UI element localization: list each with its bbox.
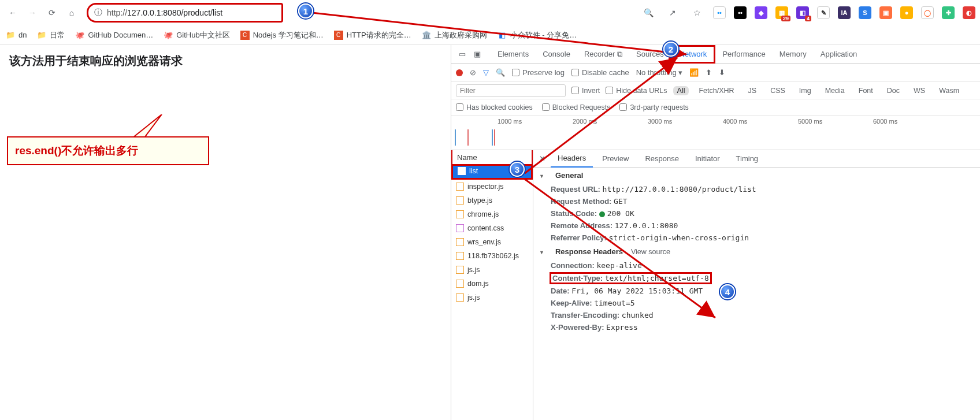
upload-har-icon[interactable]: ⬆ bbox=[706, 68, 712, 77]
blocked-cookies-checkbox[interactable]: Has blocked cookies bbox=[456, 103, 533, 111]
share-icon[interactable]: ↗ bbox=[665, 5, 681, 21]
eyedropper-icon[interactable]: ✎ bbox=[817, 6, 830, 19]
request-row[interactable]: content.css bbox=[451, 221, 533, 235]
favicon: C bbox=[334, 31, 343, 40]
inspect-element-icon[interactable]: ▭ bbox=[455, 50, 470, 58]
type-pill[interactable]: Media bbox=[821, 86, 849, 95]
extension-icon[interactable]: ◯ bbox=[921, 6, 934, 19]
overview-tick: 1000 ms bbox=[498, 118, 522, 125]
bookmark-item[interactable]: 📁日常 bbox=[37, 30, 65, 40]
filter-input[interactable] bbox=[456, 84, 566, 97]
network-overview[interactable]: 1000 ms 2000 ms 3000 ms 4000 ms 5000 ms … bbox=[451, 116, 980, 150]
third-party-checkbox[interactable]: 3rd-party requests bbox=[619, 103, 688, 111]
bookmark-item[interactable]: CNodejs 学习笔记和… bbox=[240, 30, 324, 40]
type-pill[interactable]: JS bbox=[744, 86, 761, 95]
extension-icon[interactable]: IA bbox=[838, 6, 851, 19]
request-row[interactable]: 118.fb73b062.js bbox=[451, 249, 533, 263]
disable-cache-checkbox[interactable]: Disable cache bbox=[571, 68, 629, 77]
file-icon bbox=[456, 266, 464, 274]
invert-checkbox[interactable]: Invert bbox=[571, 87, 600, 95]
extension-icon[interactable]: ▦29 bbox=[775, 6, 788, 19]
zoom-icon[interactable]: 🔍 bbox=[640, 5, 656, 21]
record-button[interactable] bbox=[456, 69, 463, 76]
type-pill[interactable]: Doc bbox=[883, 86, 904, 95]
annotation-marker-3: 3 bbox=[510, 162, 525, 177]
view-source-link[interactable]: View source bbox=[631, 248, 670, 256]
detail-tab-headers[interactable]: Headers bbox=[551, 150, 593, 168]
bookmark-item[interactable]: 🐙GitHub Documen… bbox=[75, 31, 153, 40]
extension-icon[interactable]: ● bbox=[900, 6, 913, 19]
request-row[interactable]: js.js bbox=[451, 263, 533, 277]
type-pill[interactable]: Font bbox=[855, 86, 877, 95]
home-button[interactable]: ⌂ bbox=[64, 5, 80, 21]
request-row[interactable]: inspector.js bbox=[451, 180, 533, 194]
type-pill[interactable]: CSS bbox=[766, 86, 789, 95]
devtools-panel: ▭ ▣ Elements Console Recorder ⧉ Sources … bbox=[451, 45, 980, 420]
extension-icon[interactable]: •• bbox=[713, 6, 726, 19]
tab-memory[interactable]: Memory bbox=[773, 45, 814, 64]
bookmark-item[interactable]: 🐙GitHub中文社区 bbox=[164, 30, 229, 40]
extension-icon[interactable]: S bbox=[859, 6, 871, 19]
extension-icon[interactable]: ◐ bbox=[963, 6, 975, 19]
download-har-icon[interactable]: ⬇ bbox=[719, 68, 725, 77]
request-row[interactable]: chrome.js bbox=[451, 207, 533, 221]
tab-recorder[interactable]: Recorder ⧉ bbox=[577, 45, 629, 64]
detail-tab-initiator[interactable]: Initiator bbox=[688, 150, 727, 168]
url-path: 127.0.0.1:8080/product/list bbox=[127, 8, 222, 17]
tab-elements[interactable]: Elements bbox=[491, 45, 536, 64]
bookmark-item[interactable]: CHTTP请求的完全… bbox=[334, 30, 411, 40]
type-pill[interactable]: WS bbox=[910, 86, 929, 95]
url-scheme: http:// bbox=[107, 8, 127, 17]
preserve-log-checkbox[interactable]: Preserve log bbox=[512, 68, 565, 77]
type-pill[interactable]: Fetch/XHR bbox=[695, 86, 738, 95]
bookmark-star-icon[interactable]: ☆ bbox=[689, 5, 705, 21]
request-row[interactable]: btype.js bbox=[451, 194, 533, 207]
kv-row: Status Code: 200 OK bbox=[533, 207, 980, 220]
toolbar-right: 🔍 ↗ ☆ •• •• ◆ ▦29 ◧4 ✎ IA S ▣ ● ◯ ✚ ◐ bbox=[640, 5, 975, 21]
extension-icon[interactable]: ◆ bbox=[755, 6, 767, 19]
bookmarks-bar: 📁dn 📁日常 🐙GitHub Documen… 🐙GitHub中文社区 CNo… bbox=[0, 25, 980, 45]
kv-row: Referrer Policy: strict-origin-when-cros… bbox=[533, 232, 980, 244]
address-bar[interactable]: ⓘ http://127.0.0.1:8080/product/list bbox=[87, 3, 283, 23]
site-info-icon[interactable]: ⓘ bbox=[94, 8, 102, 18]
tab-console[interactable]: Console bbox=[536, 45, 577, 64]
detail-tab-response[interactable]: Response bbox=[638, 150, 686, 168]
request-list: Name list inspector.js btype.js chrome.j… bbox=[451, 150, 533, 420]
clear-button[interactable]: ⊘ bbox=[470, 68, 476, 77]
bookmark-item[interactable]: ◧小众软件 - 分享免… bbox=[498, 30, 577, 40]
callout-text: res.end()不允许输出多行 bbox=[15, 144, 138, 157]
forward-button[interactable]: → bbox=[24, 5, 40, 21]
type-pill[interactable]: Wasm bbox=[935, 86, 963, 95]
hide-data-urls-checkbox[interactable]: Hide data URLs bbox=[606, 87, 667, 95]
extension-icon[interactable]: ◧4 bbox=[796, 6, 809, 19]
tab-application[interactable]: Application bbox=[814, 45, 864, 64]
response-headers-section-header[interactable]: Response HeadersView source bbox=[533, 244, 980, 259]
detail-tab-strip: ✕ Headers Preview Response Initiator Tim… bbox=[533, 150, 980, 168]
throttling-select[interactable]: No throttling ▾ bbox=[636, 68, 683, 77]
close-detail-button[interactable]: ✕ bbox=[536, 154, 548, 163]
request-row[interactable]: js.js bbox=[451, 291, 533, 304]
extension-icon[interactable]: •• bbox=[734, 6, 747, 19]
network-conditions-icon[interactable]: 📶 bbox=[689, 68, 699, 77]
filter-toggle-icon[interactable]: ▽ bbox=[483, 68, 489, 77]
extension-icon[interactable]: ▣ bbox=[879, 6, 892, 19]
reload-button[interactable]: ⟳ bbox=[44, 5, 60, 21]
extension-icon[interactable]: ✚ bbox=[942, 6, 955, 19]
type-pill-all[interactable]: All bbox=[673, 86, 689, 95]
back-button[interactable]: ← bbox=[5, 5, 21, 21]
folder-icon: 📁 bbox=[6, 31, 15, 40]
bookmark-item[interactable]: 🏛️上海政府采购网 bbox=[422, 30, 487, 40]
bookmark-item[interactable]: 📁dn bbox=[6, 31, 27, 40]
device-toolbar-icon[interactable]: ▣ bbox=[470, 50, 485, 58]
blocked-requests-checkbox[interactable]: Blocked Requests bbox=[542, 103, 611, 111]
request-row[interactable]: dom.js bbox=[451, 277, 533, 291]
kv-row: Date: Fri, 06 May 2022 15:03:11 GMT bbox=[533, 285, 980, 297]
file-icon bbox=[458, 167, 466, 175]
type-pill[interactable]: Img bbox=[795, 86, 815, 95]
detail-tab-preview[interactable]: Preview bbox=[595, 150, 636, 168]
search-icon[interactable]: 🔍 bbox=[496, 68, 505, 77]
tab-performance[interactable]: Performance bbox=[715, 45, 772, 64]
general-section-header[interactable]: General bbox=[533, 168, 980, 183]
detail-tab-timing[interactable]: Timing bbox=[729, 150, 766, 168]
request-row[interactable]: wrs_env.js bbox=[451, 235, 533, 249]
